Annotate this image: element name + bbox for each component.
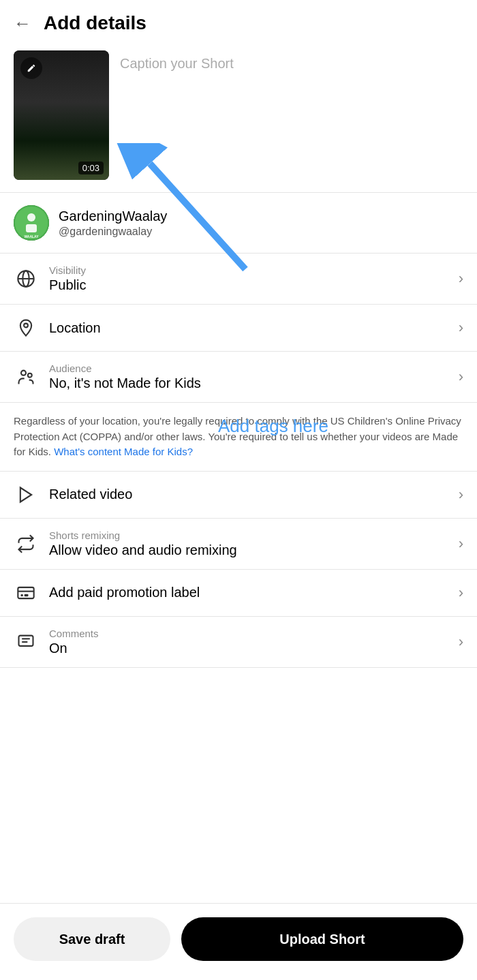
paid-promotion-icon: [14, 581, 38, 605]
paid-promotion-label: Add paid promotion label: [49, 585, 448, 600]
audience-content: Audience No, it's not Made for Kids: [49, 363, 448, 391]
audience-label: No, it's not Made for Kids: [49, 376, 448, 391]
shorts-remixing-chevron: ›: [459, 535, 463, 553]
video-duration: 0:03: [78, 162, 104, 174]
svg-point-11: [21, 371, 26, 376]
visibility-row[interactable]: Visibility Public ›: [0, 254, 477, 305]
location-chevron: ›: [459, 319, 463, 337]
visibility-sublabel: Visibility: [49, 264, 448, 276]
svg-text:WAALAY: WAALAY: [24, 234, 39, 239]
location-label: Location: [49, 320, 448, 336]
svg-rect-18: [19, 635, 33, 645]
svg-point-4: [27, 213, 35, 221]
location-row[interactable]: Location ›: [0, 305, 477, 352]
location-content: Location: [49, 320, 448, 336]
shorts-remixing-content: Shorts remixing Allow video and audio re…: [49, 530, 448, 558]
avatar: WAALAY: [14, 205, 49, 241]
related-video-content: Related video: [49, 487, 448, 502]
svg-rect-15: [18, 587, 33, 598]
comments-icon: [14, 630, 38, 654]
account-name: GardeningWaalay: [59, 209, 167, 224]
account-info: GardeningWaalay @gardeningwaalay: [59, 209, 167, 238]
play-icon: [14, 483, 38, 507]
svg-marker-14: [20, 487, 31, 502]
svg-point-10: [24, 324, 28, 328]
page-title: Add details: [44, 12, 147, 34]
video-thumbnail[interactable]: 0:03: [14, 50, 109, 180]
comments-sublabel: Comments: [49, 628, 448, 639]
paid-promotion-content: Add paid promotion label: [49, 585, 448, 600]
location-icon: [14, 316, 38, 340]
visibility-content: Visibility Public: [49, 264, 448, 293]
svg-point-16: [20, 594, 23, 596]
header: ← Add details: [0, 0, 477, 44]
svg-rect-17: [25, 594, 29, 596]
caption-placeholder: Caption your Short: [120, 56, 234, 71]
comments-row[interactable]: Comments On ›: [0, 617, 477, 668]
audience-sublabel: Audience: [49, 363, 448, 374]
edit-icon[interactable]: [20, 57, 42, 79]
coppa-link[interactable]: What's content Made for Kids?: [54, 446, 193, 457]
bottom-bar: Save draft Upload Short: [0, 903, 477, 980]
related-video-chevron: ›: [459, 486, 463, 504]
coppa-notice: Regardless of your location, you're lega…: [0, 403, 477, 472]
comments-content: Comments On: [49, 628, 448, 656]
audience-row[interactable]: Audience No, it's not Made for Kids ›: [0, 352, 477, 403]
shorts-remixing-label: Allow video and audio remixing: [49, 542, 448, 558]
paid-promotion-row[interactable]: Add paid promotion label ›: [0, 570, 477, 617]
visibility-label: Public: [49, 277, 448, 293]
comments-label: On: [49, 641, 448, 656]
paid-promotion-chevron: ›: [459, 584, 463, 602]
related-video-label: Related video: [49, 487, 448, 502]
related-video-row[interactable]: Related video ›: [0, 472, 477, 519]
upload-short-button[interactable]: Upload Short: [181, 917, 463, 961]
svg-point-12: [28, 373, 32, 378]
audience-chevron: ›: [459, 368, 463, 386]
caption-area: 0:03 Caption your Short: [0, 44, 477, 193]
account-handle: @gardeningwaalay: [59, 226, 167, 238]
back-button[interactable]: ←: [14, 13, 31, 34]
save-draft-button[interactable]: Save draft: [14, 917, 170, 961]
caption-input[interactable]: Caption your Short: [120, 50, 463, 72]
visibility-chevron: ›: [459, 270, 463, 288]
remix-icon: [14, 532, 38, 556]
svg-rect-5: [26, 224, 37, 232]
shorts-remixing-row[interactable]: Shorts remixing Allow video and audio re…: [0, 519, 477, 570]
comments-chevron: ›: [459, 633, 463, 651]
audience-icon: [14, 365, 38, 389]
account-row[interactable]: WAALAY GardeningWaalay @gardeningwaalay: [0, 193, 477, 254]
globe-icon: [14, 266, 38, 291]
shorts-remixing-sublabel: Shorts remixing: [49, 530, 448, 541]
